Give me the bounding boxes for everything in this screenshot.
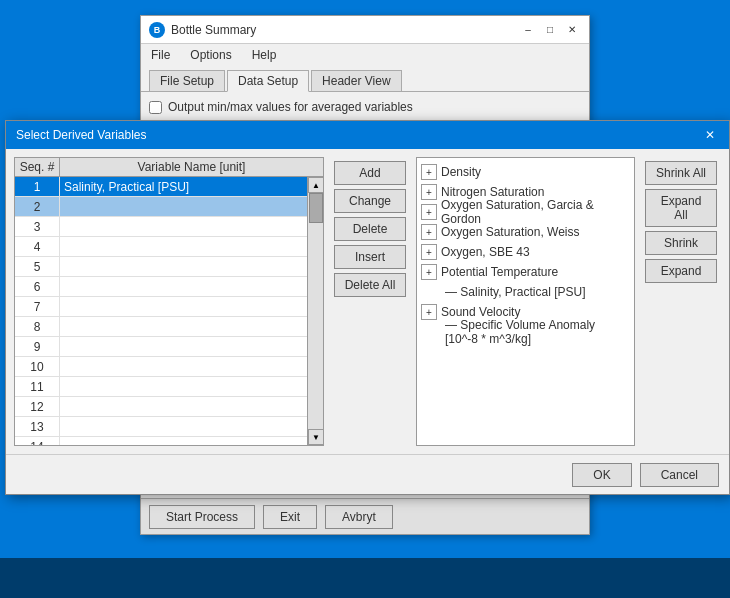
shrink-button[interactable]: Shrink [645, 231, 717, 255]
middle-buttons: Add Change Delete Insert Delete All [330, 157, 410, 446]
cell-name: Salinity, Practical [PSU] [60, 177, 307, 196]
tab-data-setup[interactable]: Data Setup [227, 70, 309, 92]
output-minmax-checkbox[interactable] [149, 101, 162, 114]
delete-all-button[interactable]: Delete All [334, 273, 406, 297]
start-process-button[interactable]: Start Process [149, 505, 255, 529]
cell-seq: 4 [15, 237, 60, 256]
table-scrollbar[interactable]: ▲ ▼ [307, 177, 323, 445]
menu-file[interactable]: File [145, 46, 176, 64]
tree-label-oxygen-sbe: Oxygen, SBE 43 [441, 245, 530, 259]
cell-name [60, 437, 307, 445]
table-row[interactable]: 7 [15, 297, 307, 317]
tree-label-oxygen-weiss: Oxygen Saturation, Weiss [441, 225, 580, 239]
tree-expander[interactable]: + [421, 184, 437, 200]
close-button[interactable]: ✕ [563, 21, 581, 39]
table-row[interactable]: 11 [15, 377, 307, 397]
menubar: File Options Help [141, 44, 589, 66]
table-scroll: 1 Salinity, Practical [PSU] 2 3 4 5 6 7 … [15, 177, 323, 445]
insert-button[interactable]: Insert [334, 245, 406, 269]
table-section: Seq. # Variable Name [unit] 1 Salinity, … [14, 157, 324, 446]
tree-content: + Density + Nitrogen Saturation + Oxygen… [417, 158, 634, 346]
bg-window-title-text: Bottle Summary [171, 23, 256, 37]
right-buttons: Shrink All Expand All Shrink Expand [641, 157, 721, 446]
ok-button[interactable]: OK [572, 463, 631, 487]
menu-help[interactable]: Help [246, 46, 283, 64]
menu-options[interactable]: Options [184, 46, 237, 64]
tabs: File Setup Data Setup Header View [141, 66, 589, 92]
window-controls: – □ ✕ [519, 21, 581, 39]
table-row[interactable]: 5 [15, 257, 307, 277]
table-row[interactable]: 2 [15, 197, 307, 217]
bg-window-content: Output min/max values for averaged varia… [141, 92, 589, 122]
tree-item-specific-volume[interactable]: — Specific Volume Anomaly [10^-8 * m^3/k… [421, 322, 630, 342]
change-button[interactable]: Change [334, 189, 406, 213]
cell-name [60, 277, 307, 296]
tree-label-specific-volume: — Specific Volume Anomaly [10^-8 * m^3/k… [445, 318, 630, 346]
table-row[interactable]: 9 [15, 337, 307, 357]
tree-label-density: Density [441, 165, 481, 179]
dialog-footer: OK Cancel [6, 454, 729, 494]
dialog-body: Seq. # Variable Name [unit] 1 Salinity, … [6, 149, 729, 454]
expand-button[interactable]: Expand [645, 259, 717, 283]
exit-button[interactable]: Exit [263, 505, 317, 529]
table-row[interactable]: 3 [15, 217, 307, 237]
tree-expander[interactable]: + [421, 204, 437, 220]
table-row[interactable]: 6 [15, 277, 307, 297]
tree-label-sound-velocity: Sound Velocity [441, 305, 520, 319]
cell-seq: 3 [15, 217, 60, 236]
cell-name [60, 197, 307, 216]
app-icon: B [149, 22, 165, 38]
tree-expander[interactable]: + [421, 164, 437, 180]
dialog-close-button[interactable]: ✕ [701, 126, 719, 144]
table-row[interactable]: 4 [15, 237, 307, 257]
table-row[interactable]: 8 [15, 317, 307, 337]
tree-expander[interactable]: + [421, 224, 437, 240]
table-row[interactable]: 10 [15, 357, 307, 377]
delete-button[interactable]: Delete [334, 217, 406, 241]
tree-label-potential-temp: Potential Temperature [441, 265, 558, 279]
table-rows: 1 Salinity, Practical [PSU] 2 3 4 5 6 7 … [15, 177, 307, 445]
cell-name [60, 237, 307, 256]
scroll-up-arrow[interactable]: ▲ [308, 177, 323, 193]
output-minmax-label: Output min/max values for averaged varia… [168, 100, 413, 114]
minimize-button[interactable]: – [519, 21, 537, 39]
expand-all-button[interactable]: Expand All [645, 189, 717, 227]
tab-header-view[interactable]: Header View [311, 70, 401, 91]
tree-item-salinity[interactable]: — Salinity, Practical [PSU] [421, 282, 630, 302]
cancel-button[interactable]: Cancel [640, 463, 719, 487]
scrollbar-thumb[interactable] [309, 193, 323, 223]
tree-item-density[interactable]: + Density [421, 162, 630, 182]
tab-file-setup[interactable]: File Setup [149, 70, 225, 91]
tree-item-oxygen-garcia[interactable]: + Oxygen Saturation, Garcia & Gordon [421, 202, 630, 222]
cell-seq: 5 [15, 257, 60, 276]
table-row[interactable]: 13 [15, 417, 307, 437]
tree-expander[interactable]: + [421, 264, 437, 280]
cell-seq: 12 [15, 397, 60, 416]
table-row[interactable]: 1 Salinity, Practical [PSU] [15, 177, 307, 197]
table-header: Seq. # Variable Name [unit] [15, 158, 323, 177]
cell-name [60, 297, 307, 316]
col-seq-header: Seq. # [15, 158, 60, 176]
tree-item-potential-temp[interactable]: + Potential Temperature [421, 262, 630, 282]
table-row[interactable]: 12 [15, 397, 307, 417]
add-button[interactable]: Add [334, 161, 406, 185]
cell-name [60, 397, 307, 416]
cell-name [60, 337, 307, 356]
shrink-all-button[interactable]: Shrink All [645, 161, 717, 185]
tree-label-nitrogen: Nitrogen Saturation [441, 185, 544, 199]
col-name-header: Variable Name [unit] [60, 158, 323, 176]
tree-item-oxygen-sbe[interactable]: + Oxygen, SBE 43 [421, 242, 630, 262]
scroll-down-arrow[interactable]: ▼ [308, 429, 323, 445]
cell-name [60, 357, 307, 376]
checkbox-row: Output min/max values for averaged varia… [149, 100, 581, 114]
cell-seq: 14 [15, 437, 60, 445]
cell-seq: 6 [15, 277, 60, 296]
avbryt-button[interactable]: Avbryt [325, 505, 393, 529]
cell-seq: 8 [15, 317, 60, 336]
dialog-titlebar: Select Derived Variables ✕ [6, 121, 729, 149]
tree-expander[interactable]: + [421, 244, 437, 260]
table-row[interactable]: 14 [15, 437, 307, 445]
maximize-button[interactable]: □ [541, 21, 559, 39]
tree-expander[interactable]: + [421, 304, 437, 320]
tree-section: + Density + Nitrogen Saturation + Oxygen… [416, 157, 635, 446]
